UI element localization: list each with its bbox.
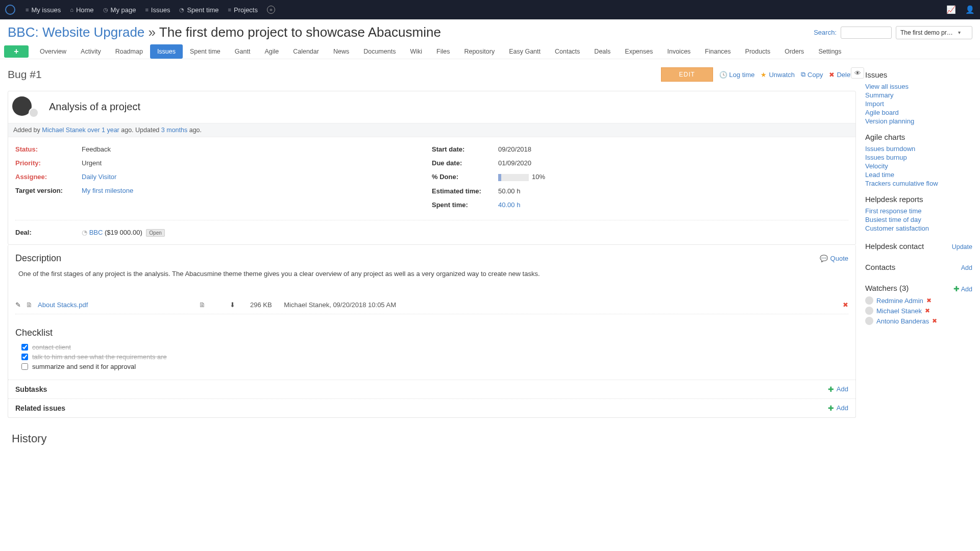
sb-link-issues-burndown[interactable]: Issues burndown: [865, 144, 972, 153]
sb-link-trackers-cumulative-flow[interactable]: Trackers cumulative flow: [865, 179, 972, 188]
remove-watcher[interactable]: ✖: [932, 317, 937, 324]
issue-content: 👁 Bug #1 EDIT 🕓Log time ★Unwatch ⧉Copy ✖…: [8, 67, 856, 445]
clock-icon: ◔: [179, 7, 184, 13]
detail-label: Estimated time:: [432, 187, 498, 195]
tab-spent-time[interactable]: Spent time: [183, 44, 228, 59]
nav-issues[interactable]: ≡Issues: [141, 4, 174, 16]
tab-invoices[interactable]: Invoices: [660, 44, 698, 59]
quote-link[interactable]: 💬Quote: [820, 255, 848, 262]
copy-link[interactable]: ⧉Copy: [801, 70, 823, 79]
topnav-right: 📈 👤: [946, 5, 975, 14]
tab-expenses[interactable]: Expenses: [618, 44, 660, 59]
sb-link-lead-time[interactable]: Lead time: [865, 170, 972, 179]
sb-link-import[interactable]: Import: [865, 99, 972, 108]
nav-home[interactable]: ⌂Home: [66, 4, 97, 16]
project-select[interactable]: The first demo project to ... ▾: [896, 26, 972, 39]
attachment-size: 296 KB: [250, 301, 272, 309]
tab-roadmap[interactable]: Roadmap: [108, 44, 150, 59]
tab-issues[interactable]: Issues: [150, 44, 183, 59]
chevron-down-icon: ▾: [958, 30, 961, 35]
related-row: Related issues ✚Add: [8, 398, 855, 417]
unwatch-link[interactable]: ★Unwatch: [761, 71, 795, 79]
checklist-checkbox[interactable]: [21, 354, 28, 360]
tab-orders[interactable]: Orders: [777, 44, 811, 59]
remove-watcher[interactable]: ✖: [926, 297, 932, 304]
contacts-add-link[interactable]: Add: [961, 264, 972, 271]
download-icon[interactable]: ⬇: [230, 301, 235, 309]
add-related-link[interactable]: ✚Add: [828, 404, 848, 412]
sb-helpdesk-heading: Helpdesk reports: [865, 195, 972, 204]
header-search: Search: The first demo project to ... ▾: [814, 26, 972, 39]
sb-link-customer-satisfaction[interactable]: Customer satisfaction: [865, 224, 972, 233]
sb-helpdesk-contact-heading: Helpdesk contact: [865, 242, 924, 251]
detail-value: 10%: [498, 173, 545, 181]
watchers-add-link[interactable]: ✚ Add: [953, 285, 972, 293]
home-icon: ⌂: [70, 7, 74, 13]
detail-value: My first milestone: [82, 187, 133, 194]
tab-contacts[interactable]: Contacts: [548, 44, 587, 59]
tab-gantt[interactable]: Gantt: [228, 44, 258, 59]
watch-toggle[interactable]: 👁: [851, 67, 864, 79]
tab-news[interactable]: News: [326, 44, 356, 59]
user-icon[interactable]: 👤: [965, 5, 975, 14]
description-text: One of the first stages of any project i…: [15, 270, 848, 278]
detail-label: % Done:: [432, 173, 498, 181]
tab-files[interactable]: Files: [429, 44, 457, 59]
edit-button[interactable]: EDIT: [661, 67, 713, 82]
checklist-item: summarize and send it for approval: [15, 362, 848, 371]
page-title: The first demo project to showcase Abacu…: [159, 24, 441, 40]
sb-link-first-response-time[interactable]: First response time: [865, 207, 972, 215]
attachment-delete[interactable]: ✖: [843, 301, 848, 309]
nav-add[interactable]: +: [263, 4, 279, 16]
tab-repository[interactable]: Repository: [457, 44, 502, 59]
remove-watcher[interactable]: ✖: [925, 307, 930, 314]
sb-link-busiest-time-of-day[interactable]: Busiest time of day: [865, 215, 972, 224]
tab-agile[interactable]: Agile: [257, 44, 286, 59]
tab-products[interactable]: Products: [738, 44, 777, 59]
deal-link[interactable]: BBC: [89, 229, 103, 236]
plus-icon: ✚: [828, 385, 834, 393]
sb-link-velocity[interactable]: Velocity: [865, 162, 972, 170]
preview-icon[interactable]: 🗎: [199, 301, 206, 309]
tab-add-button[interactable]: +: [4, 45, 29, 58]
tab-finances[interactable]: Finances: [698, 44, 738, 59]
sb-link-version-planning[interactable]: Version planning: [865, 117, 972, 126]
sb-link-summary[interactable]: Summary: [865, 91, 972, 99]
sb-link-view-all-issues[interactable]: View all issues: [865, 82, 972, 91]
checklist-checkbox[interactable]: [21, 363, 28, 370]
tab-wiki[interactable]: Wiki: [403, 44, 429, 59]
tab-settings[interactable]: Settings: [811, 44, 848, 59]
add-subtask-link[interactable]: ✚Add: [828, 385, 848, 393]
watcher-link[interactable]: Michael Stanek: [876, 307, 922, 315]
watcher-link[interactable]: Redmine Admin: [876, 297, 923, 305]
updated-ago[interactable]: 3 months: [161, 127, 187, 134]
tab-calendar[interactable]: Calendar: [286, 44, 326, 59]
sb-link-agile-board[interactable]: Agile board: [865, 108, 972, 117]
tab-deals[interactable]: Deals: [587, 44, 618, 59]
nav-spent-time[interactable]: ◔Spent time: [175, 4, 223, 16]
breadcrumb: BBC: Website Upgrade » The first demo pr…: [8, 24, 441, 40]
attachment-link[interactable]: About Stacks.pdf: [38, 301, 88, 309]
tab-easy-gantt[interactable]: Easy Gantt: [502, 44, 548, 59]
edit-icon[interactable]: ✎: [15, 301, 21, 309]
search-input[interactable]: [841, 27, 892, 39]
checklist-checkbox[interactable]: [21, 344, 28, 350]
sb-link-issues-burnup[interactable]: Issues burnup: [865, 153, 972, 162]
nav-my-page[interactable]: ◷My page: [99, 4, 140, 16]
sb-watchers-heading: Watchers (3): [865, 284, 909, 292]
watcher-link[interactable]: Antonio Banderas: [876, 317, 929, 325]
helpdesk-update-link[interactable]: Update: [952, 243, 972, 251]
author-link[interactable]: Michael Stanek: [42, 127, 85, 134]
tab-activity[interactable]: Activity: [74, 44, 108, 59]
nav-projects[interactable]: ≡Projects: [224, 4, 262, 16]
logo-icon[interactable]: [5, 5, 15, 15]
detail-label: Status:: [15, 145, 82, 153]
tab-overview[interactable]: Overview: [33, 44, 74, 59]
progress-bar: [498, 174, 529, 181]
nav-my-issues[interactable]: ≡My issues: [21, 4, 65, 16]
tab-documents[interactable]: Documents: [356, 44, 403, 59]
project-link[interactable]: BBC: Website Upgrade: [8, 24, 144, 40]
chart-icon[interactable]: 📈: [946, 5, 956, 14]
log-time-link[interactable]: 🕓Log time: [719, 71, 755, 79]
created-ago[interactable]: over 1 year: [86, 127, 119, 134]
